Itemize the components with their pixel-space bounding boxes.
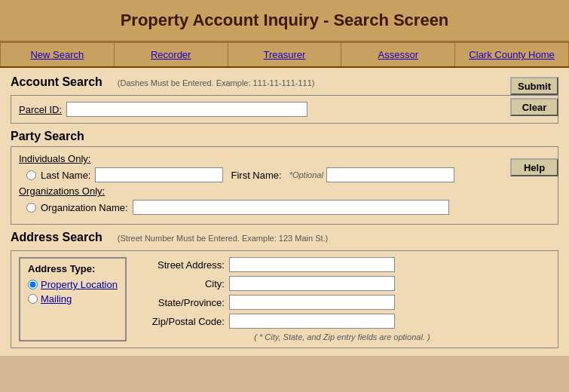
property-location-label: Property Location (41, 279, 118, 290)
right-buttons: Submit Clear (510, 77, 558, 116)
parcel-id-input[interactable] (66, 102, 307, 117)
page-title: Property Account Inquiry - Search Screen (8, 11, 561, 30)
account-search-section: Account Search (Dashes Must be Entered. … (11, 75, 558, 124)
first-name-input[interactable] (326, 167, 454, 182)
help-button-wrapper: Help (510, 158, 558, 176)
address-search-section: Address Search (Street Number Must be En… (11, 231, 558, 348)
parcel-field-row: Parcel ID: (19, 102, 550, 117)
city-label: City: (134, 278, 225, 289)
address-search-title: Address Search (11, 231, 102, 244)
street-address-row: Street Address: (134, 257, 550, 272)
address-search-box: Address Type: Property Location Mailing … (11, 250, 558, 348)
street-address-label: Street Address: (134, 259, 225, 271)
submit-button[interactable]: Submit (510, 77, 558, 95)
zip-row: Zip/Postal Code: (134, 314, 550, 329)
property-location-radio[interactable] (28, 280, 38, 289)
mailing-label: Mailing (41, 293, 72, 305)
nav-new-search[interactable]: New Search (0, 43, 115, 66)
mailing-row: Mailing (28, 293, 118, 305)
page-header: Property Account Inquiry - Search Screen (0, 0, 569, 42)
individuals-only-label: Individuals Only: (19, 153, 550, 164)
last-name-label: Last Name: (41, 170, 90, 181)
organizations-radio[interactable] (26, 203, 36, 213)
address-footer: ( * City, State, and Zip entry fields ar… (134, 332, 550, 341)
individuals-radio-row: Last Name: First Name: *Optional (26, 167, 550, 182)
organizations-radio-row: Organization Name: (26, 200, 550, 215)
org-name-label: Organization Name: (41, 202, 128, 213)
mailing-radio[interactable] (28, 294, 38, 304)
party-search-box: Individuals Only: Last Name: First Name:… (11, 146, 558, 225)
account-search-box: Parcel ID: (11, 95, 558, 124)
account-search-title: Account Search (11, 75, 102, 89)
state-label: State/Province: (134, 297, 225, 308)
help-button[interactable]: Help (510, 158, 558, 176)
nav-assessor[interactable]: Assessor (341, 43, 455, 66)
address-type-box: Address Type: Property Location Mailing (19, 257, 127, 341)
zip-label: Zip/Postal Code: (134, 316, 225, 327)
last-name-input[interactable] (95, 167, 223, 182)
address-type-title: Address Type: (28, 263, 118, 274)
state-row: State/Province: (134, 295, 550, 310)
first-name-label: First Name: (231, 170, 281, 181)
parcel-id-label: Parcel ID: (19, 104, 62, 115)
account-search-hint: (Dashes Must be Entered. Example: 111-11… (118, 78, 315, 87)
individuals-radio[interactable] (26, 170, 36, 180)
page-wrapper: Property Account Inquiry - Search Screen… (0, 0, 569, 356)
city-row: City: (134, 276, 550, 291)
address-fields: Street Address: City: State/Province: Zi… (134, 257, 550, 341)
clear-button[interactable]: Clear (510, 98, 558, 116)
first-name-optional: *Optional (289, 170, 323, 179)
state-input[interactable] (229, 295, 395, 310)
party-search-title: Party Search (11, 130, 558, 143)
nav-clark-county-home[interactable]: Clark County Home (455, 43, 569, 66)
address-search-hint: (Street Number Must be Entered. Example:… (118, 234, 328, 243)
city-input[interactable] (229, 276, 395, 291)
content-area: Submit Clear Account Search (Dashes Must… (0, 68, 569, 356)
nav-treasurer[interactable]: Treasurer (228, 43, 342, 66)
org-name-input[interactable] (133, 200, 449, 215)
zip-input[interactable] (229, 314, 395, 329)
navigation-bar: New Search Recorder Treasurer Assessor C… (0, 42, 569, 68)
property-location-row: Property Location (28, 279, 118, 290)
nav-recorder[interactable]: Recorder (115, 43, 228, 66)
party-search-section: Party Search Individuals Only: Last Name… (11, 130, 558, 225)
organizations-only-label: Organizations Only: (19, 185, 550, 197)
street-address-input[interactable] (229, 257, 395, 272)
